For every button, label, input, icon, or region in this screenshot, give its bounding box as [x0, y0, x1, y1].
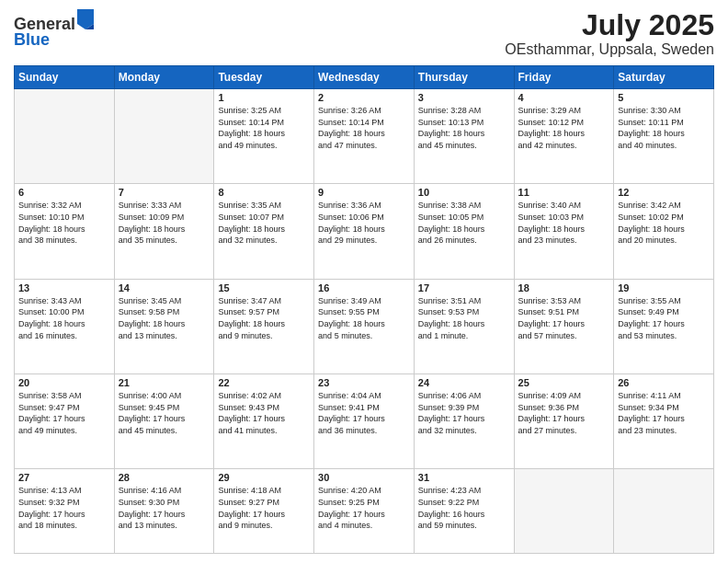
- day-info: Sunrise: 4:20 AM Sunset: 9:25 PM Dayligh…: [318, 485, 410, 531]
- day-info: Sunrise: 4:18 AM Sunset: 9:27 PM Dayligh…: [218, 485, 310, 531]
- day-number: 25: [518, 377, 610, 388]
- table-row: 18Sunrise: 3:53 AM Sunset: 9:51 PM Dayli…: [514, 279, 614, 373]
- page: General Blue July 2025 OEsthammar, Uppsa…: [0, 0, 728, 563]
- day-info: Sunrise: 3:30 AM Sunset: 10:11 PM Daylig…: [618, 105, 710, 151]
- calendar-table: Sunday Monday Tuesday Wednesday Thursday…: [14, 65, 714, 554]
- table-row: 15Sunrise: 3:47 AM Sunset: 9:57 PM Dayli…: [214, 279, 314, 373]
- day-info: Sunrise: 3:26 AM Sunset: 10:14 PM Daylig…: [318, 105, 410, 151]
- calendar-week-row: 20Sunrise: 3:58 AM Sunset: 9:47 PM Dayli…: [15, 374, 714, 469]
- day-info: Sunrise: 3:33 AM Sunset: 10:09 PM Daylig…: [119, 200, 210, 246]
- day-info: Sunrise: 4:04 AM Sunset: 9:41 PM Dayligh…: [318, 390, 410, 436]
- table-row: 7Sunrise: 3:33 AM Sunset: 10:09 PM Dayli…: [114, 184, 214, 279]
- day-number: 24: [418, 377, 510, 388]
- table-row: 26Sunrise: 4:11 AM Sunset: 9:34 PM Dayli…: [614, 374, 714, 469]
- day-info: Sunrise: 4:23 AM Sunset: 9:22 PM Dayligh…: [418, 485, 510, 531]
- day-number: 14: [119, 282, 210, 293]
- table-row: 25Sunrise: 4:09 AM Sunset: 9:36 PM Dayli…: [514, 374, 614, 469]
- calendar-week-row: 13Sunrise: 3:43 AM Sunset: 10:00 PM Dayl…: [15, 279, 714, 373]
- day-number: 4: [518, 92, 610, 103]
- day-number: 12: [618, 187, 710, 198]
- col-tuesday: Tuesday: [214, 66, 314, 89]
- day-info: Sunrise: 3:38 AM Sunset: 10:05 PM Daylig…: [418, 200, 510, 246]
- table-row: 14Sunrise: 3:45 AM Sunset: 9:58 PM Dayli…: [114, 279, 214, 373]
- day-number: 7: [119, 187, 210, 198]
- table-row: 9Sunrise: 3:36 AM Sunset: 10:06 PM Dayli…: [314, 184, 415, 279]
- day-number: 9: [318, 187, 410, 198]
- table-row: 22Sunrise: 4:02 AM Sunset: 9:43 PM Dayli…: [214, 374, 314, 469]
- day-info: Sunrise: 3:49 AM Sunset: 9:55 PM Dayligh…: [318, 295, 410, 341]
- day-number: 28: [119, 472, 210, 483]
- day-info: Sunrise: 4:02 AM Sunset: 9:43 PM Dayligh…: [218, 390, 310, 436]
- table-row: 29Sunrise: 4:18 AM Sunset: 9:27 PM Dayli…: [214, 469, 314, 554]
- day-number: 5: [618, 92, 710, 103]
- day-number: 17: [418, 282, 510, 293]
- day-number: 13: [18, 282, 110, 293]
- day-number: 26: [618, 377, 710, 388]
- day-info: Sunrise: 3:28 AM Sunset: 10:13 PM Daylig…: [418, 105, 510, 151]
- day-number: 6: [18, 187, 110, 198]
- day-info: Sunrise: 4:06 AM Sunset: 9:39 PM Dayligh…: [418, 390, 510, 436]
- day-number: 30: [318, 472, 410, 483]
- day-info: Sunrise: 3:55 AM Sunset: 9:49 PM Dayligh…: [618, 295, 710, 341]
- day-number: 31: [418, 472, 510, 483]
- day-info: Sunrise: 4:13 AM Sunset: 9:32 PM Dayligh…: [18, 485, 110, 531]
- calendar-week-row: 1Sunrise: 3:25 AM Sunset: 10:14 PM Dayli…: [15, 89, 714, 184]
- table-row: 3Sunrise: 3:28 AM Sunset: 10:13 PM Dayli…: [414, 89, 514, 184]
- calendar-week-row: 27Sunrise: 4:13 AM Sunset: 9:32 PM Dayli…: [15, 469, 714, 554]
- day-number: 20: [18, 377, 110, 388]
- table-row: 8Sunrise: 3:35 AM Sunset: 10:07 PM Dayli…: [214, 184, 314, 279]
- day-number: 8: [218, 187, 310, 198]
- day-number: 21: [119, 377, 210, 388]
- table-row: 27Sunrise: 4:13 AM Sunset: 9:32 PM Dayli…: [15, 469, 115, 554]
- day-info: Sunrise: 3:45 AM Sunset: 9:58 PM Dayligh…: [119, 295, 210, 341]
- day-info: Sunrise: 3:32 AM Sunset: 10:10 PM Daylig…: [18, 200, 110, 246]
- table-row: 10Sunrise: 3:38 AM Sunset: 10:05 PM Dayl…: [414, 184, 514, 279]
- day-info: Sunrise: 3:42 AM Sunset: 10:02 PM Daylig…: [618, 200, 710, 246]
- day-info: Sunrise: 3:40 AM Sunset: 10:03 PM Daylig…: [518, 200, 610, 246]
- day-info: Sunrise: 3:25 AM Sunset: 10:14 PM Daylig…: [218, 105, 310, 151]
- day-info: Sunrise: 3:51 AM Sunset: 9:53 PM Dayligh…: [418, 295, 510, 341]
- day-number: 11: [518, 187, 610, 198]
- day-info: Sunrise: 3:35 AM Sunset: 10:07 PM Daylig…: [218, 200, 310, 246]
- day-info: Sunrise: 4:09 AM Sunset: 9:36 PM Dayligh…: [518, 390, 610, 436]
- day-info: Sunrise: 3:47 AM Sunset: 9:57 PM Dayligh…: [218, 295, 310, 341]
- day-number: 23: [318, 377, 410, 388]
- day-number: 29: [218, 472, 310, 483]
- table-row: [15, 89, 115, 184]
- day-info: Sunrise: 3:53 AM Sunset: 9:51 PM Dayligh…: [518, 295, 610, 341]
- day-number: 27: [18, 472, 110, 483]
- day-number: 18: [518, 282, 610, 293]
- day-info: Sunrise: 3:36 AM Sunset: 10:06 PM Daylig…: [318, 200, 410, 246]
- day-number: 22: [218, 377, 310, 388]
- table-row: 13Sunrise: 3:43 AM Sunset: 10:00 PM Dayl…: [15, 279, 115, 373]
- table-row: 4Sunrise: 3:29 AM Sunset: 10:12 PM Dayli…: [514, 89, 614, 184]
- page-title: July 2025: [505, 9, 714, 41]
- day-number: 3: [418, 92, 510, 103]
- day-info: Sunrise: 4:16 AM Sunset: 9:30 PM Dayligh…: [119, 485, 210, 531]
- day-number: 10: [418, 187, 510, 198]
- day-info: Sunrise: 3:29 AM Sunset: 10:12 PM Daylig…: [518, 105, 610, 151]
- calendar-week-row: 6Sunrise: 3:32 AM Sunset: 10:10 PM Dayli…: [15, 184, 714, 279]
- day-number: 15: [218, 282, 310, 293]
- calendar-header-row: Sunday Monday Tuesday Wednesday Thursday…: [15, 66, 714, 89]
- col-thursday: Thursday: [414, 66, 514, 89]
- logo: General Blue: [14, 9, 94, 50]
- table-row: 31Sunrise: 4:23 AM Sunset: 9:22 PM Dayli…: [414, 469, 514, 554]
- day-number: 1: [218, 92, 310, 103]
- day-info: Sunrise: 4:11 AM Sunset: 9:34 PM Dayligh…: [618, 390, 710, 436]
- table-row: 5Sunrise: 3:30 AM Sunset: 10:11 PM Dayli…: [614, 89, 714, 184]
- day-info: Sunrise: 3:58 AM Sunset: 9:47 PM Dayligh…: [18, 390, 110, 436]
- table-row: 2Sunrise: 3:26 AM Sunset: 10:14 PM Dayli…: [314, 89, 415, 184]
- day-info: Sunrise: 4:00 AM Sunset: 9:45 PM Dayligh…: [119, 390, 210, 436]
- table-row: 1Sunrise: 3:25 AM Sunset: 10:14 PM Dayli…: [214, 89, 314, 184]
- table-row: 23Sunrise: 4:04 AM Sunset: 9:41 PM Dayli…: [314, 374, 415, 469]
- title-block: July 2025 OEsthammar, Uppsala, Sweden: [505, 9, 714, 58]
- table-row: [514, 469, 614, 554]
- col-sunday: Sunday: [15, 66, 115, 89]
- day-number: 19: [618, 282, 710, 293]
- day-number: 2: [318, 92, 410, 103]
- table-row: 20Sunrise: 3:58 AM Sunset: 9:47 PM Dayli…: [15, 374, 115, 469]
- table-row: 11Sunrise: 3:40 AM Sunset: 10:03 PM Dayl…: [514, 184, 614, 279]
- day-info: Sunrise: 3:43 AM Sunset: 10:00 PM Daylig…: [18, 295, 110, 341]
- table-row: 30Sunrise: 4:20 AM Sunset: 9:25 PM Dayli…: [314, 469, 415, 554]
